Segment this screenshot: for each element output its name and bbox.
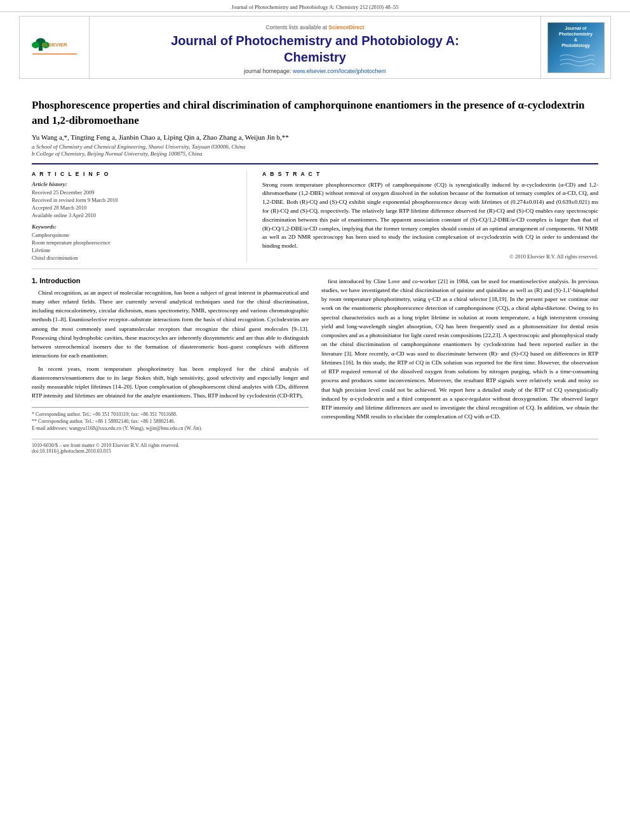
journal-cover-image: Journal of Photochemistry & Photobiology [547,22,605,73]
contents-lists-text: Contents lists available at ScienceDirec… [266,24,365,30]
affiliation-b: b College of Chemistry, Beijing Normal U… [32,150,598,157]
introduction-section: 1. Introduction Chiral recognition, as a… [32,277,598,432]
issn-line: 1010-6030/$ – see front matter © 2010 El… [32,443,598,448]
authors-line: Yu Wang a,*, Tingting Feng a, Jianbin Ch… [32,133,598,141]
article-title: Phosphorescence properties and chiral di… [32,98,598,128]
article-info-heading: A R T I C L E I N F O [32,171,239,177]
article-info-column: A R T I C L E I N F O Article history: R… [32,171,247,262]
main-content: Phosphorescence properties and chiral di… [0,83,630,467]
body-col-left: 1. Introduction Chiral recognition, as a… [32,277,309,432]
body-col-right: first introduced by Cline Love and co-wo… [321,277,598,432]
section-1-title: 1. Introduction [32,277,309,284]
journal-citation-bar: Journal of Photochemistry and Photobiolo… [0,0,630,12]
body-text-right: first introduced by Cline Love and co-wo… [321,277,598,422]
abstract-text: Strong room temperature phosphorescence … [262,181,598,251]
available-date: Available online 3 April 2010 [32,212,239,218]
keyword-1: Camphorquinone [32,232,239,238]
copyright-notice: © 2010 Elsevier B.V. All rights reserved… [262,253,598,260]
elsevier-logo-svg: ELSEVIER [29,36,80,58]
intro-para-right-1: first introduced by Cline Love and co-wo… [321,277,598,422]
body-text-left: Chiral recognition, as an aspect of mole… [32,288,309,401]
journal-header: ELSEVIER Contents lists available at Sci… [19,16,611,79]
keywords-label: Keywords: [32,223,239,230]
keyword-4: Chiral discrimination [32,255,239,261]
footnote-email: E-mail addresses: wangyu1168@sxu.edu.cn … [32,425,309,431]
footnote-2: ** Corresponding author. Tel.: +86 1 588… [32,418,309,424]
abstract-heading: A B S T R A C T [262,171,598,177]
history-label: Article history: [32,181,239,187]
article-info-abstract-section: A R T I C L E I N F O Article history: R… [32,163,598,269]
accepted-date: Accepted 28 March 2010 [32,204,239,211]
intro-para-2: In recent years, room temperature phosph… [32,364,309,401]
elsevier-logo-area: ELSEVIER [20,17,90,78]
doi-line: doi:10.1016/j.jphotochem.2010.03.015 [32,448,598,454]
journal-homepage: journal homepage: www.elsevier.com/locat… [244,68,386,74]
keyword-2: Room temperature phosphorescence [32,239,239,246]
revised-date: Received in revised form 9 March 2010 [32,197,239,203]
page: Journal of Photochemistry and Photobiolo… [0,0,630,840]
abstract-column: A B S T R A C T Strong room temperature … [260,171,598,262]
journal-citation: Journal of Photochemistry and Photobiolo… [232,4,399,10]
footnote-1: * Corresponding author. Tel.: +86 351 70… [32,411,309,417]
journal-title-area: Contents lists available at ScienceDirec… [90,17,540,78]
sciencedirect-link[interactable]: ScienceDirect [328,24,364,30]
received-date: Received 25 December 2009 [32,189,239,196]
keyword-3: Lifetime [32,247,239,253]
bottom-info: 1010-6030/$ – see front matter © 2010 El… [32,439,598,454]
intro-para-1: Chiral recognition, as an aspect of mole… [32,288,309,361]
keywords-section: Keywords: Camphorquinone Room temperatur… [32,223,239,261]
journal-title: Journal of Photochemistry and Photobiolo… [171,32,459,65]
homepage-url[interactable]: www.elsevier.com/locate/jphotochem [293,68,386,74]
svg-text:ELSEVIER: ELSEVIER [42,42,67,48]
affiliation-a: a School of Chemistry and Chemical Engin… [32,143,598,150]
footnotes: * Corresponding author. Tel.: +86 351 70… [32,407,309,431]
journal-cover-area: Journal of Photochemistry & Photobiology [540,17,610,78]
svg-point-3 [32,42,39,48]
affiliations: a School of Chemistry and Chemical Engin… [32,143,598,157]
